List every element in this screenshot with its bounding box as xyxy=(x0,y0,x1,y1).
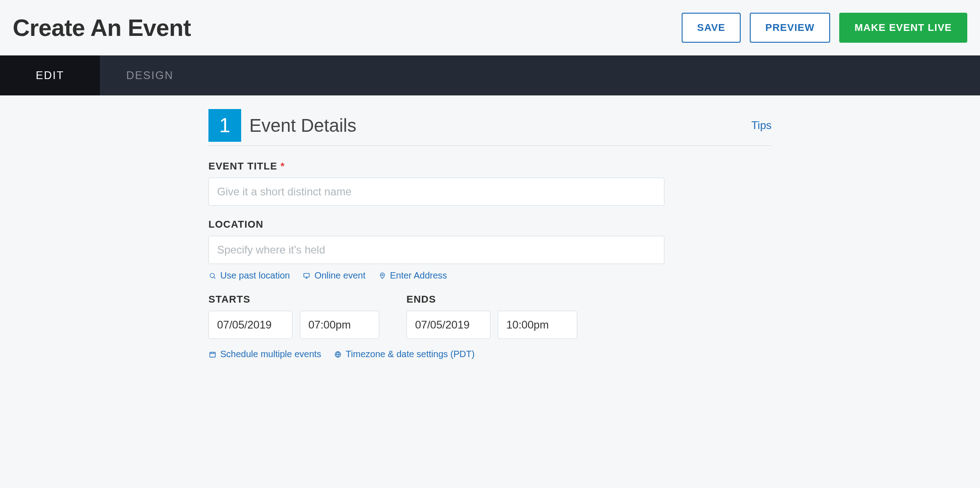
monitor-icon xyxy=(302,272,311,280)
enter-address-text: Enter Address xyxy=(390,270,447,281)
location-label: LOCATION xyxy=(208,219,772,230)
tab-design[interactable]: DESIGN xyxy=(100,55,200,95)
starts-date-input[interactable] xyxy=(208,311,292,339)
search-icon xyxy=(208,272,217,280)
location-input[interactable] xyxy=(208,236,664,264)
calendar-icon xyxy=(208,350,217,359)
content-area: 1 Event Details Tips EVENT TITLE * LOCAT… xyxy=(199,95,781,387)
svg-rect-6 xyxy=(210,352,215,357)
page-header: Create An Event SAVE PREVIEW MAKE EVENT … xyxy=(0,0,980,55)
event-title-input[interactable] xyxy=(208,178,664,206)
starts-label: STARTS xyxy=(208,294,379,305)
save-button[interactable]: SAVE xyxy=(682,13,741,43)
tab-edit[interactable]: EDIT xyxy=(0,55,100,95)
schedule-multiple-events-link[interactable]: Schedule multiple events xyxy=(208,349,321,359)
schedule-multiple-text: Schedule multiple events xyxy=(220,349,321,359)
use-past-location-link[interactable]: Use past location xyxy=(208,270,290,281)
online-event-link[interactable]: Online event xyxy=(302,270,365,281)
location-field: LOCATION Use past location Online event … xyxy=(208,219,772,281)
header-actions: SAVE PREVIEW MAKE EVENT LIVE xyxy=(682,13,967,43)
globe-icon xyxy=(334,350,342,359)
starts-inputs xyxy=(208,311,379,339)
ends-date-input[interactable] xyxy=(406,311,490,339)
svg-point-5 xyxy=(381,274,383,275)
step-number-badge: 1 xyxy=(208,109,241,142)
ends-inputs xyxy=(406,311,577,339)
required-star: * xyxy=(281,160,285,172)
make-event-live-button[interactable]: MAKE EVENT LIVE xyxy=(839,13,967,43)
use-past-location-text: Use past location xyxy=(220,270,290,281)
tips-link[interactable]: Tips xyxy=(752,119,772,132)
section-title: Event Details xyxy=(249,115,356,136)
datetime-row: STARTS ENDS xyxy=(208,294,772,339)
starts-column: STARTS xyxy=(208,294,379,339)
timezone-settings-text: Timezone & date settings (PDT) xyxy=(346,349,475,359)
event-title-label-text: EVENT TITLE xyxy=(208,160,277,172)
event-title-field: EVENT TITLE * xyxy=(208,160,772,206)
location-quick-links: Use past location Online event Enter Add… xyxy=(208,270,772,281)
ends-label: ENDS xyxy=(406,294,577,305)
svg-point-0 xyxy=(210,273,214,277)
ends-time-input[interactable] xyxy=(498,311,577,339)
schedule-quick-links: Schedule multiple events Timezone & date… xyxy=(208,349,772,359)
section-header: 1 Event Details Tips xyxy=(208,109,772,146)
ends-column: ENDS xyxy=(406,294,577,339)
svg-line-1 xyxy=(214,277,215,279)
page-title: Create An Event xyxy=(13,14,191,41)
online-event-text: Online event xyxy=(314,270,365,281)
svg-rect-2 xyxy=(304,273,309,277)
starts-time-input[interactable] xyxy=(300,311,379,339)
timezone-settings-link[interactable]: Timezone & date settings (PDT) xyxy=(334,349,475,359)
enter-address-link[interactable]: Enter Address xyxy=(378,270,447,281)
tab-bar: EDIT DESIGN xyxy=(0,55,980,95)
map-pin-icon xyxy=(378,272,386,280)
event-title-label: EVENT TITLE * xyxy=(208,160,772,172)
preview-button[interactable]: PREVIEW xyxy=(750,13,830,43)
